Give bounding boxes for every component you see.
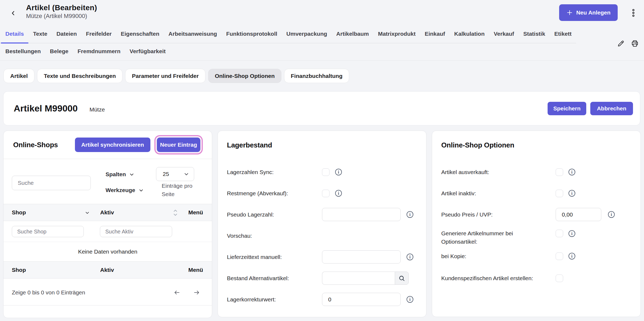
tab-texte[interactable]: Texte (28, 26, 52, 43)
section-pills: Artikel Texte und Beschreibungen Paramet… (3, 69, 644, 83)
chevron-down-icon[interactable] (85, 210, 90, 215)
bei-kopie-checkbox[interactable] (556, 253, 563, 260)
tab-details[interactable]: Details (1, 26, 28, 43)
shop-options-title: Online-Shop Optionen (441, 141, 631, 149)
info-icon[interactable]: i (406, 296, 414, 303)
field-label: bei Kopie: (441, 252, 556, 260)
info-icon[interactable]: i (608, 211, 615, 218)
info-icon[interactable]: i (568, 253, 576, 260)
tools-dropdown-label: Werkzeuge (106, 187, 135, 193)
info-icon[interactable]: i (335, 168, 342, 176)
print-button[interactable] (631, 39, 639, 48)
arrow-left-icon (174, 289, 180, 296)
new-item-button[interactable]: Neu Anlegen (559, 4, 618, 21)
filter-shop-input[interactable] (12, 226, 84, 237)
tab-umverpackung[interactable]: Umverpackung (282, 26, 332, 43)
back-button[interactable] (9, 9, 18, 18)
form-row-kundenspezifisch: Kundenspezifischen Artikel erstellen: (441, 272, 631, 285)
pseudo-preis-input[interactable] (556, 208, 601, 221)
page-size-value: 25 (163, 171, 169, 177)
column-header-shop[interactable]: Shop (12, 204, 26, 221)
field-label: Generiere Artikelnummer bei Optionsartik… (441, 229, 556, 246)
page-size-select[interactable]: 25 (156, 167, 194, 181)
field-label: Pseudo Lagerzahl: (227, 210, 322, 219)
pseudo-lagerzahl-input[interactable] (322, 208, 401, 221)
tab-kalkulation[interactable]: Kalkulation (450, 26, 489, 43)
pill-artikel[interactable]: Artikel (3, 69, 34, 83)
sort-icon[interactable] (173, 208, 178, 217)
tab-fremdnummern[interactable]: Fremdnummern (73, 48, 125, 55)
tabs-area: Details Texte Dateien Freifelder Eigensc… (0, 26, 644, 61)
chevron-down-icon (138, 187, 144, 193)
pill-texte-und-beschreibungen[interactable]: Texte und Beschreibungen (37, 69, 122, 83)
ausverkauft-checkbox[interactable] (556, 168, 563, 176)
field-label: Lagerzahlen Sync: (227, 168, 322, 176)
tab-freifelder[interactable]: Freifelder (81, 26, 116, 43)
info-icon[interactable]: i (568, 168, 576, 176)
article-name: Mütze (89, 104, 105, 113)
info-icon[interactable]: i (568, 190, 576, 197)
shops-table-filters (3, 221, 212, 242)
tab-verkauf[interactable]: Verkauf (489, 26, 519, 43)
previous-page-button[interactable] (172, 289, 182, 296)
kebab-menu-icon (632, 9, 635, 17)
search-input[interactable] (12, 176, 91, 190)
svg-text:i: i (409, 255, 411, 259)
pill-finanzbuchhaltung[interactable]: Finanzbuchhaltung (284, 69, 349, 83)
svg-text:i: i (571, 170, 573, 174)
svg-text:i: i (409, 297, 411, 302)
inaktiv-checkbox[interactable] (556, 190, 563, 197)
lieferzeittext-input[interactable] (322, 250, 401, 264)
columns-dropdown[interactable]: Spalten (106, 171, 135, 178)
filter-aktiv-input[interactable] (100, 226, 172, 237)
svg-text:i: i (571, 191, 573, 196)
tab-funktionsprotokoll[interactable]: Funktionsprotokoll (222, 26, 282, 43)
form-row-bestand-alternativ: Bestand Alternativartikel: (227, 272, 417, 285)
form-row-lagerzahlen-sync: Lagerzahlen Sync: i (227, 165, 417, 179)
next-page-button[interactable] (192, 289, 201, 296)
article-search-button[interactable] (395, 272, 409, 285)
info-icon[interactable]: i (568, 230, 576, 237)
cancel-button[interactable]: Abbrechen (590, 102, 633, 115)
pencil-icon (617, 40, 625, 47)
tab-arbeitsanweisung[interactable]: Arbeitsanweisung (164, 26, 222, 43)
tab-bestellungen[interactable]: Bestellungen (1, 48, 45, 55)
chevron-down-icon (129, 172, 135, 177)
tab-artikelbaum[interactable]: Artikelbaum (332, 26, 373, 43)
content-panels: Online-Shops Artikel synchronisieren Neu… (3, 131, 641, 318)
info-icon[interactable]: i (406, 253, 414, 261)
tab-verfuegbarkeit[interactable]: Verfügbarkeit (125, 48, 170, 55)
info-icon[interactable]: i (406, 211, 414, 218)
generiere-artikelnummer-checkbox[interactable] (556, 230, 563, 237)
more-options-button[interactable] (628, 7, 639, 19)
lagerkorrektur-input[interactable] (322, 293, 401, 306)
pill-parameter-und-freifelder[interactable]: Parameter und Freifelder (125, 69, 205, 83)
column-header-aktiv[interactable]: Aktiv (100, 204, 114, 221)
footer-column-menu: Menü (188, 262, 203, 278)
kundenspezifisch-checkbox[interactable] (556, 275, 563, 282)
form-row-pseudo-lagerzahl: Pseudo Lagerzahl: i (227, 208, 417, 221)
bestand-alternativ-input[interactable] (322, 272, 395, 285)
save-button[interactable]: Speichern (548, 102, 586, 115)
pill-online-shop-optionen[interactable]: Online-Shop Optionen (208, 69, 281, 83)
tab-dateien[interactable]: Dateien (52, 26, 81, 43)
tab-statistik[interactable]: Statistik (519, 26, 550, 43)
field-label: Artikel ausverkauft: (441, 168, 556, 176)
form-row-lagerkorrektur: Lagerkorrekturwert: i (227, 293, 417, 306)
sync-articles-button[interactable]: Artikel synchronisieren (75, 138, 150, 152)
tab-etikett[interactable]: Etikett (550, 26, 576, 43)
stock-panel: Lagerbestand Lagerzahlen Sync: i Restmen… (218, 131, 426, 317)
lagerzahlen-sync-checkbox[interactable] (322, 168, 330, 176)
tab-belege[interactable]: Belege (45, 48, 73, 55)
edit-button[interactable] (617, 39, 625, 48)
new-entry-button[interactable]: Neuer Eintrag (157, 138, 200, 152)
tab-eigenschaften[interactable]: Eigenschaften (116, 26, 164, 43)
chevron-left-icon (10, 9, 17, 17)
tab-matrixprodukt[interactable]: Matrixprodukt (373, 26, 420, 43)
tab-einkauf[interactable]: Einkauf (420, 26, 450, 43)
restmenge-checkbox[interactable] (322, 190, 330, 197)
tools-dropdown[interactable]: Werkzeuge (106, 187, 144, 193)
form-row-bei-kopie: bei Kopie: i (441, 250, 631, 263)
pagination-info: Zeige 0 bis 0 von 0 Einträgen (12, 289, 85, 296)
info-icon[interactable]: i (335, 190, 342, 197)
